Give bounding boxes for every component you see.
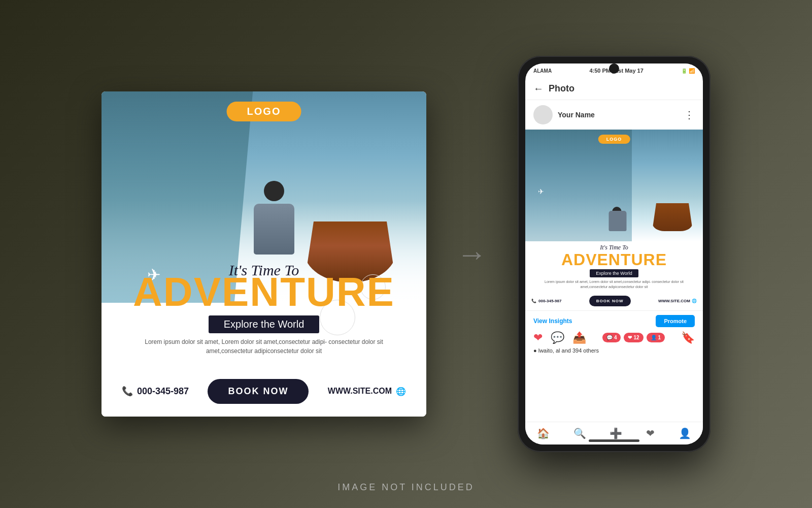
arrow-container: → [457,237,487,272]
more-options-button[interactable]: ⋮ [684,109,695,121]
page-title: Photo [549,83,574,94]
phone-home-bar [589,439,639,442]
user-info: Your Name [533,105,595,124]
mini-post-bg: LOGO ✈ [525,130,703,241]
users-badge: 👤 1 [647,333,665,342]
add-nav-icon[interactable]: ➕ [610,427,622,439]
back-button[interactable]: ← [533,83,544,94]
phone-icon: 📞 [122,386,133,397]
phone-number: 000-345-987 [137,386,189,397]
website-text: WWW.SITE.COM [328,387,392,396]
comments-badge: 💬 4 [602,333,621,342]
instagram-header: ← Photo [525,78,703,100]
username-text: Your Name [558,111,595,119]
likes-text: ● lwaito, al and 394 others [533,347,695,354]
mini-website-text: WWW.SITE.COM [658,299,690,303]
globe-icon: 🌐 [396,387,406,396]
instagram-actions: View Insights Promote ❤ 💬 📤 💬 4 ❤ [525,310,703,360]
phone-mockup: ALAMA 4:50 PM | 1st May 17 🔋 📶 ← Photo Y… [518,56,710,452]
mini-globe-icon: 🌐 [692,299,697,303]
social-media-post-card: LOGO ✈ It's Time To ADVENTURE Explore th… [101,91,426,417]
mini-bottom-bar: 📞 000-345-987 BOOK NOW WWW.SITE.COM 🌐 [525,292,703,310]
action-icons-row: ❤ 💬 📤 💬 4 ❤ 12 👤 [533,331,695,344]
avatar [533,105,553,124]
share-icon[interactable]: 📤 [572,331,586,344]
comment-badge-icon: 💬 [606,335,613,340]
profile-nav-icon[interactable]: 👤 [679,427,691,439]
likes-badge: ❤ 12 [624,333,643,342]
mini-lorem-text: Lorem ipsum dolor sit amet, Lorem dolor … [533,279,695,290]
users-count: 1 [658,335,661,340]
person-body [254,204,294,255]
mini-explore-badge: Explore the World [590,269,638,277]
comments-count: 4 [614,335,617,340]
mini-airplane-icon: ✈ [538,187,544,196]
heart-nav-icon[interactable]: ❤ [646,427,655,439]
lorem-text: Lorem ipsum dolor sit amet, Lorem dolor … [132,337,396,356]
likes-badge-icon: ❤ [628,335,632,340]
post-bottom-bar: 📞 000-345-987 BOOK NOW WWW.SITE.COM 🌐 [101,366,426,417]
bottom-note: IMAGE NOT INCLUDED [337,482,475,493]
person-figure [249,181,299,262]
main-container: LOGO ✈ It's Time To ADVENTURE Explore th… [0,0,812,508]
logo-badge: LOGO [227,102,301,121]
person-head [264,181,284,201]
post-user-header: Your Name ⋮ [525,100,703,130]
mini-logo-badge: LOGO [598,135,630,144]
bookmark-icon[interactable]: 🔖 [681,331,695,344]
phone-screen: ALAMA 4:50 PM | 1st May 17 🔋 📶 ← Photo Y… [525,64,703,444]
mini-phone-number: 000-345-987 [538,299,561,303]
users-badge-icon: 👤 [651,335,657,340]
mini-boat [652,203,693,231]
post-text-area: It's Time To ADVENTURE Explore the World… [101,262,426,356]
search-nav-icon[interactable]: 🔍 [573,427,586,439]
home-nav-icon[interactable]: 🏠 [537,427,550,439]
mini-book-button[interactable]: BOOK NOW [589,296,631,306]
website-url: WWW.SITE.COM 🌐 [328,387,406,396]
comment-icon[interactable]: 💬 [551,331,564,344]
status-icons: 🔋 📶 [681,68,695,74]
direction-arrow: → [457,237,487,272]
phone-contact: 📞 000-345-987 [122,386,189,397]
phone-camera [609,64,619,74]
mini-website-url: WWW.SITE.COM 🌐 [658,299,697,303]
promote-button[interactable]: Promote [656,315,695,327]
book-now-button[interactable]: BOOK NOW [208,379,309,404]
mini-phone-contact: 📞 000-345-987 [531,299,561,303]
explore-badge: Explore the World [209,315,320,333]
mini-headline: ADVENTURE [533,251,695,268]
mini-text-area: It's Time To ADVENTURE Explore the World… [525,241,703,290]
carrier-name: ALAMA [533,68,552,74]
likes-count: 12 [633,335,639,340]
mini-post-image: LOGO ✈ It's Time To ADVENTURE Explore th… [525,130,703,310]
like-icon[interactable]: ❤ [533,331,543,344]
insights-row: View Insights Promote [533,315,695,327]
view-insights-link[interactable]: View Insights [533,318,572,325]
notification-badges: 💬 4 ❤ 12 👤 1 [602,333,665,342]
mini-person-body [609,211,627,231]
headline-text: ADVENTURE [132,274,396,310]
mini-phone-icon: 📞 [531,299,536,303]
